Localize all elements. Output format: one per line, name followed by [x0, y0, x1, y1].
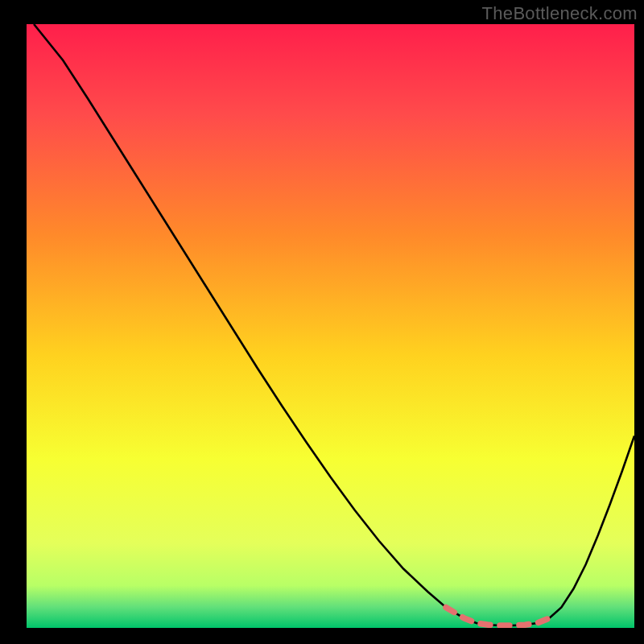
bottleneck-chart: [0, 0, 644, 644]
watermark-text: TheBottleneck.com: [482, 3, 638, 24]
plot-background: [27, 24, 634, 628]
